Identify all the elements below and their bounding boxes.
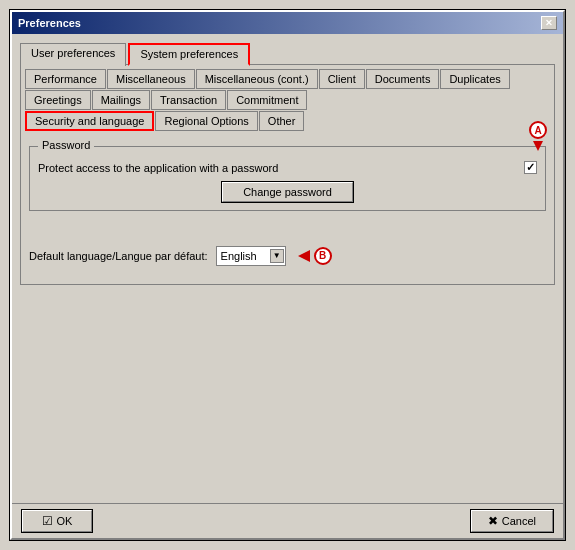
- protect-checkbox-wrap: A: [524, 161, 537, 174]
- annotation-a-label: A: [529, 121, 547, 139]
- protect-label: Protect access to the application with a…: [38, 162, 278, 174]
- close-button[interactable]: ✕: [541, 16, 557, 30]
- title-bar: Preferences ✕: [12, 12, 563, 34]
- protect-checkbox[interactable]: [524, 161, 537, 174]
- dialog-title: Preferences: [18, 17, 81, 29]
- tab-documents[interactable]: Documents: [366, 69, 440, 89]
- ok-icon: ☑: [42, 514, 53, 528]
- language-select-container: English French Spanish ▼: [216, 246, 286, 266]
- cancel-icon: ✖: [488, 514, 498, 528]
- dialog-body: User preferences System preferences Perf…: [12, 34, 563, 503]
- tab-performance[interactable]: Performance: [25, 69, 106, 89]
- ok-button[interactable]: ☑ OK: [22, 510, 92, 532]
- ok-label: OK: [57, 515, 73, 527]
- annotation-a: A: [529, 121, 547, 151]
- language-select-wrap: English French Spanish ▼ B: [216, 246, 332, 266]
- tab-user-preferences[interactable]: User preferences: [20, 43, 126, 66]
- change-password-button[interactable]: Change password: [222, 182, 353, 202]
- content-area: Password Protect access to the applicati…: [25, 132, 550, 280]
- tab-transaction[interactable]: Transaction: [151, 90, 226, 110]
- tab-other[interactable]: Other: [259, 111, 305, 131]
- tab-commitment[interactable]: Commitment: [227, 90, 307, 110]
- sub-tabs-row1: Performance Miscellaneous Miscellaneous …: [25, 69, 550, 89]
- bottom-bar: ☑ OK ✖ Cancel: [12, 503, 563, 538]
- tab-miscellaneous-cont[interactable]: Miscellaneous (cont.): [196, 69, 318, 89]
- tab-regional-options[interactable]: Regional Options: [155, 111, 257, 131]
- annotation-a-arrow: [533, 141, 543, 151]
- tab-security-language[interactable]: Security and language: [25, 111, 154, 131]
- top-tabs: User preferences System preferences: [20, 42, 555, 65]
- main-panel: Performance Miscellaneous Miscellaneous …: [20, 64, 555, 285]
- password-legend: Password: [38, 139, 94, 151]
- tab-system-preferences[interactable]: System preferences: [128, 43, 250, 66]
- password-group: Password Protect access to the applicati…: [29, 146, 546, 211]
- annotation-b-label: B: [314, 247, 332, 265]
- language-row: Default language/Langue par défaut: Engl…: [29, 226, 546, 276]
- group-content: Protect access to the application with a…: [38, 157, 537, 202]
- annotation-b-arrow: [298, 250, 310, 262]
- language-label: Default language/Langue par défaut:: [29, 250, 208, 262]
- sub-tabs-row3: Security and language Regional Options O…: [25, 111, 550, 131]
- sub-tabs-row2: Greetings Mailings Transaction Commitmen…: [25, 90, 550, 110]
- preferences-dialog: Preferences ✕ User preferences System pr…: [10, 10, 565, 540]
- tab-greetings[interactable]: Greetings: [25, 90, 91, 110]
- tab-client[interactable]: Client: [319, 69, 365, 89]
- tab-duplicates[interactable]: Duplicates: [440, 69, 509, 89]
- cancel-button[interactable]: ✖ Cancel: [471, 510, 553, 532]
- language-select[interactable]: English French Spanish: [216, 246, 286, 266]
- tab-mailings[interactable]: Mailings: [92, 90, 150, 110]
- title-bar-buttons: ✕: [541, 16, 557, 30]
- tab-miscellaneous[interactable]: Miscellaneous: [107, 69, 195, 89]
- protect-access-row: Protect access to the application with a…: [38, 161, 537, 174]
- annotation-b: B: [298, 247, 332, 265]
- cancel-label: Cancel: [502, 515, 536, 527]
